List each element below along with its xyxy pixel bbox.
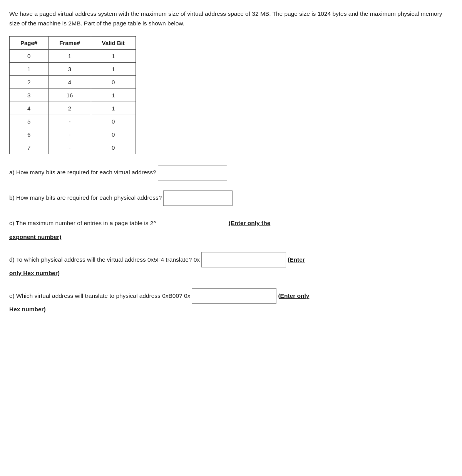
cell-frame-5: - [49,115,91,128]
question-e-note-continuation: Hex number) [9,304,453,314]
question-a: a) How many bits are required for each v… [9,165,453,180]
question-c-label-before: c) The maximum number of entries in a pa… [9,218,156,228]
question-b: b) How many bits are required for each p… [9,190,453,206]
cell-frame-4: 2 [49,102,91,115]
table-row: 6-0 [10,128,136,141]
question-e-input[interactable] [192,288,276,304]
table-row: 131 [10,62,136,75]
cell-page-6: 6 [10,128,49,141]
question-d-input[interactable] [201,252,286,267]
table-row: 5-0 [10,115,136,128]
question-c-note-continuation: exponent number) [9,232,453,242]
col-header-valid: Valid Bit [91,36,136,49]
cell-valid-1: 1 [91,62,136,75]
question-b-input[interactable] [163,190,233,206]
table-row: 011 [10,49,136,62]
cell-page-7: 7 [10,141,49,154]
cell-valid-6: 0 [91,128,136,141]
cell-valid-0: 1 [91,49,136,62]
question-e-label-before: e) Which virtual address will translate … [9,291,190,301]
cell-valid-5: 0 [91,115,136,128]
table-row: 3161 [10,89,136,102]
cell-valid-3: 1 [91,89,136,102]
table-row: 421 [10,102,136,115]
cell-frame-6: - [49,128,91,141]
question-e: e) Which virtual address will translate … [9,288,453,314]
question-d: d) To which physical address will the vi… [9,252,453,278]
cell-frame-1: 3 [49,62,91,75]
cell-page-2: 2 [10,75,49,89]
page-table: Page# Frame# Valid Bit 01113124031614215… [9,36,136,154]
question-e-note: (Enter only [278,291,309,301]
question-c-input[interactable] [158,216,227,231]
question-d-note: (Enter [288,255,305,265]
question-d-label-before: d) To which physical address will the vi… [9,255,200,265]
cell-frame-3: 16 [49,89,91,102]
cell-valid-4: 1 [91,102,136,115]
cell-page-3: 3 [10,89,49,102]
intro-paragraph: We have a paged virtual address system w… [9,9,453,28]
table-row: 240 [10,75,136,89]
question-a-input[interactable] [158,165,227,180]
question-b-label: b) How many bits are required for each p… [9,193,162,203]
cell-page-5: 5 [10,115,49,128]
question-c-note: (Enter only the [229,218,271,228]
col-header-frame: Frame# [49,36,91,49]
cell-frame-0: 1 [49,49,91,62]
cell-page-1: 1 [10,62,49,75]
col-header-page: Page# [10,36,49,49]
question-c: c) The maximum number of entries in a pa… [9,216,453,242]
cell-valid-7: 0 [91,141,136,154]
table-row: 7-0 [10,141,136,154]
cell-frame-2: 4 [49,75,91,89]
question-a-label: a) How many bits are required for each v… [9,167,156,177]
cell-page-0: 0 [10,49,49,62]
cell-page-4: 4 [10,102,49,115]
cell-valid-2: 0 [91,75,136,89]
cell-frame-7: - [49,141,91,154]
question-d-note-continuation: only Hex number) [9,268,453,278]
page-table-wrapper: Page# Frame# Valid Bit 01113124031614215… [9,36,453,154]
